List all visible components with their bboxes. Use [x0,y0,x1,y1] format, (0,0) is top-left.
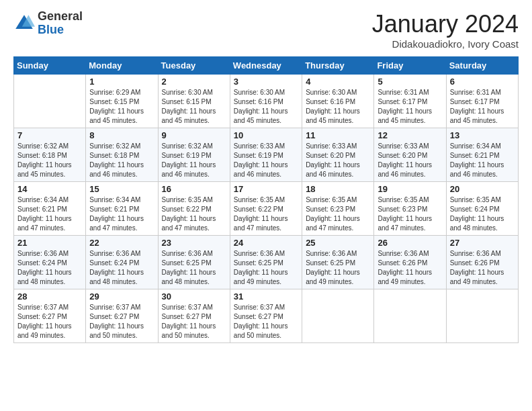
calendar-cell: 12Sunrise: 6:33 AM Sunset: 6:20 PM Dayli… [374,128,446,182]
calendar-cell: 14Sunrise: 6:34 AM Sunset: 6:21 PM Dayli… [14,182,86,236]
calendar-week-row: 14Sunrise: 6:34 AM Sunset: 6:21 PM Dayli… [14,182,519,236]
calendar-cell: 1Sunrise: 6:29 AM Sunset: 6:15 PM Daylig… [86,75,158,128]
weekday-header: Sunday [14,57,86,75]
day-info: Sunrise: 6:33 AM Sunset: 6:20 PM Dayligh… [378,142,442,179]
calendar-cell: 11Sunrise: 6:33 AM Sunset: 6:20 PM Dayli… [302,128,374,182]
day-info: Sunrise: 6:32 AM Sunset: 6:19 PM Dayligh… [162,142,226,179]
day-number: 18 [306,184,370,194]
calendar-cell: 27Sunrise: 6:36 AM Sunset: 6:26 PM Dayli… [446,236,518,289]
weekday-header: Thursday [302,57,374,75]
day-info: Sunrise: 6:34 AM Sunset: 6:21 PM Dayligh… [17,195,82,233]
calendar-cell: 2Sunrise: 6:30 AM Sunset: 6:15 PM Daylig… [158,75,230,128]
calendar-cell: 16Sunrise: 6:35 AM Sunset: 6:22 PM Dayli… [158,182,230,236]
calendar-cell: 31Sunrise: 6:37 AM Sunset: 6:27 PM Dayli… [230,289,302,343]
day-info: Sunrise: 6:36 AM Sunset: 6:25 PM Dayligh… [234,249,298,287]
day-info: Sunrise: 6:35 AM Sunset: 6:23 PM Dayligh… [378,195,442,233]
logo-icon [13,13,35,34]
day-info: Sunrise: 6:30 AM Sunset: 6:16 PM Dayligh… [306,88,370,126]
day-number: 12 [378,130,442,140]
day-number: 1 [89,77,154,87]
day-info: Sunrise: 6:36 AM Sunset: 6:24 PM Dayligh… [89,249,154,287]
calendar-cell: 4Sunrise: 6:30 AM Sunset: 6:16 PM Daylig… [302,75,374,128]
weekday-header: Wednesday [230,57,302,75]
day-info: Sunrise: 6:32 AM Sunset: 6:18 PM Dayligh… [17,142,82,179]
day-number: 23 [162,238,226,248]
day-info: Sunrise: 6:35 AM Sunset: 6:22 PM Dayligh… [234,195,298,233]
day-number: 9 [162,130,226,140]
day-number: 31 [234,291,298,302]
day-number: 2 [162,77,226,87]
day-number: 3 [234,77,298,87]
calendar-cell [374,289,446,343]
calendar-cell [14,75,86,128]
day-number: 8 [89,130,154,140]
calendar-cell: 23Sunrise: 6:36 AM Sunset: 6:25 PM Dayli… [158,236,230,289]
logo-blue: Blue [38,24,83,37]
calendar-cell: 8Sunrise: 6:32 AM Sunset: 6:18 PM Daylig… [86,128,158,182]
day-info: Sunrise: 6:37 AM Sunset: 6:27 PM Dayligh… [162,303,226,340]
calendar-cell: 19Sunrise: 6:35 AM Sunset: 6:23 PM Dayli… [374,182,446,236]
calendar-cell: 17Sunrise: 6:35 AM Sunset: 6:22 PM Dayli… [230,182,302,236]
day-number: 28 [17,291,82,302]
logo-general: General [38,10,83,24]
calendar-cell: 20Sunrise: 6:35 AM Sunset: 6:24 PM Dayli… [446,182,518,236]
calendar-cell: 15Sunrise: 6:34 AM Sunset: 6:21 PM Dayli… [86,182,158,236]
calendar-cell: 10Sunrise: 6:33 AM Sunset: 6:19 PM Dayli… [230,128,302,182]
page-container: General Blue January 2024 Didakouadiokro… [0,0,532,350]
day-number: 5 [378,77,442,87]
day-info: Sunrise: 6:29 AM Sunset: 6:15 PM Dayligh… [89,88,154,126]
weekday-header: Saturday [446,57,518,75]
day-info: Sunrise: 6:36 AM Sunset: 6:25 PM Dayligh… [162,249,226,287]
title-block: January 2024 Didakouadiokro, Ivory Coast [372,10,519,50]
weekday-header: Friday [374,57,446,75]
calendar-cell [446,289,518,343]
day-number: 11 [306,130,370,140]
day-number: 21 [17,238,82,248]
day-info: Sunrise: 6:35 AM Sunset: 6:24 PM Dayligh… [450,195,515,233]
calendar-cell [302,289,374,343]
calendar-cell: 21Sunrise: 6:36 AM Sunset: 6:24 PM Dayli… [14,236,86,289]
weekday-header: Tuesday [158,57,230,75]
calendar: SundayMondayTuesdayWednesdayThursdayFrid… [13,56,519,343]
day-number: 15 [89,184,154,194]
calendar-cell: 25Sunrise: 6:36 AM Sunset: 6:25 PM Dayli… [302,236,374,289]
calendar-cell: 28Sunrise: 6:37 AM Sunset: 6:27 PM Dayli… [14,289,86,343]
day-number: 30 [162,291,226,302]
day-number: 13 [450,130,515,140]
header: General Blue January 2024 Didakouadiokro… [13,10,519,50]
calendar-cell: 9Sunrise: 6:32 AM Sunset: 6:19 PM Daylig… [158,128,230,182]
weekday-header: Monday [86,57,158,75]
day-number: 22 [89,238,154,248]
calendar-cell: 5Sunrise: 6:31 AM Sunset: 6:17 PM Daylig… [374,75,446,128]
day-info: Sunrise: 6:30 AM Sunset: 6:15 PM Dayligh… [162,88,226,126]
day-info: Sunrise: 6:37 AM Sunset: 6:27 PM Dayligh… [89,303,154,340]
calendar-week-row: 7Sunrise: 6:32 AM Sunset: 6:18 PM Daylig… [14,128,519,182]
calendar-cell: 30Sunrise: 6:37 AM Sunset: 6:27 PM Dayli… [158,289,230,343]
day-number: 17 [234,184,298,194]
day-number: 6 [450,77,515,87]
calendar-cell: 22Sunrise: 6:36 AM Sunset: 6:24 PM Dayli… [86,236,158,289]
day-info: Sunrise: 6:33 AM Sunset: 6:19 PM Dayligh… [234,142,298,179]
day-number: 26 [378,238,442,248]
day-info: Sunrise: 6:33 AM Sunset: 6:20 PM Dayligh… [306,142,370,179]
day-info: Sunrise: 6:30 AM Sunset: 6:16 PM Dayligh… [234,88,298,126]
day-info: Sunrise: 6:36 AM Sunset: 6:26 PM Dayligh… [378,249,442,287]
day-number: 24 [234,238,298,248]
calendar-cell: 3Sunrise: 6:30 AM Sunset: 6:16 PM Daylig… [230,75,302,128]
calendar-cell: 24Sunrise: 6:36 AM Sunset: 6:25 PM Dayli… [230,236,302,289]
weekday-header-row: SundayMondayTuesdayWednesdayThursdayFrid… [14,57,519,75]
day-info: Sunrise: 6:31 AM Sunset: 6:17 PM Dayligh… [450,88,515,126]
day-info: Sunrise: 6:36 AM Sunset: 6:26 PM Dayligh… [450,249,515,287]
day-info: Sunrise: 6:37 AM Sunset: 6:27 PM Dayligh… [234,303,298,340]
calendar-cell: 6Sunrise: 6:31 AM Sunset: 6:17 PM Daylig… [446,75,518,128]
calendar-week-row: 1Sunrise: 6:29 AM Sunset: 6:15 PM Daylig… [14,75,519,128]
day-info: Sunrise: 6:32 AM Sunset: 6:18 PM Dayligh… [89,142,154,179]
calendar-cell: 7Sunrise: 6:32 AM Sunset: 6:18 PM Daylig… [14,128,86,182]
day-info: Sunrise: 6:34 AM Sunset: 6:21 PM Dayligh… [89,195,154,233]
calendar-week-row: 28Sunrise: 6:37 AM Sunset: 6:27 PM Dayli… [14,289,519,343]
location: Didakouadiokro, Ivory Coast [372,38,519,50]
day-number: 19 [378,184,442,194]
day-info: Sunrise: 6:37 AM Sunset: 6:27 PM Dayligh… [17,303,82,340]
day-info: Sunrise: 6:35 AM Sunset: 6:22 PM Dayligh… [162,195,226,233]
day-info: Sunrise: 6:31 AM Sunset: 6:17 PM Dayligh… [378,88,442,126]
